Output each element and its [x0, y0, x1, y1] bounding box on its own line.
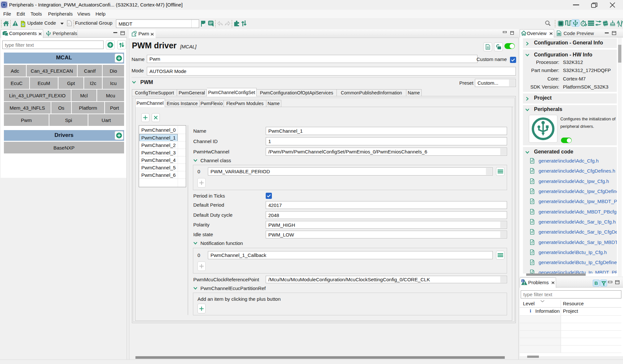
svg-text:c: c: [68, 22, 70, 25]
svg-text:c: c: [558, 33, 560, 35]
